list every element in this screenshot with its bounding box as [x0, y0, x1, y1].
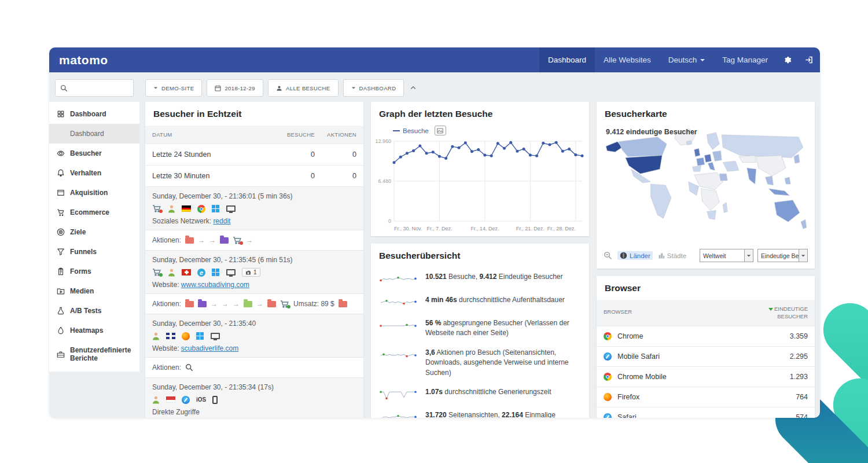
- export-image-icon[interactable]: [435, 126, 446, 135]
- settings-gear-icon[interactable]: [777, 47, 798, 72]
- map-region-japan[interactable]: [794, 155, 800, 164]
- toolbar-button-2018-12-29[interactable]: 2018-12-29: [207, 79, 263, 97]
- map-region-italy[interactable]: [708, 162, 715, 170]
- sidebar-item-heatmaps[interactable]: Heatmaps: [49, 321, 139, 340]
- camera-badge-icon: 1: [242, 268, 260, 277]
- map-region-eastern-europe[interactable]: [712, 151, 722, 161]
- sidebar-item-benutzerdefinierte-berichte[interactable]: Benutzerdefinierte Berichte: [49, 340, 139, 368]
- city-icon: [658, 252, 665, 259]
- nav-item-tag-manager[interactable]: Tag Manager: [713, 47, 777, 72]
- browser-row-chrome-mobile[interactable]: Chrome Mobile1.293: [597, 366, 815, 387]
- map-region-south-america[interactable]: [650, 184, 671, 218]
- cart-abandoned-icon: [233, 237, 242, 244]
- column-header[interactable]: AKTIONEN: [315, 131, 356, 138]
- widget-title: Graph der letzten Besuche: [371, 102, 589, 126]
- visits-count: 0: [273, 150, 315, 159]
- map-region-new-zealand[interactable]: [801, 219, 807, 229]
- map-region-canada[interactable]: [619, 137, 667, 157]
- overview-metric-row: 3,6 Aktionen pro Besuch (Seitenansichten…: [371, 343, 589, 383]
- map-region-egypt[interactable]: [719, 174, 727, 181]
- sidebar-item-dashboard[interactable]: Dashboard: [49, 104, 139, 124]
- visitor-map-widget: Besucherkarte 9.412 eindeutige Besucher: [597, 102, 815, 269]
- signout-icon[interactable]: [798, 47, 820, 72]
- map-toggle-cities[interactable]: Städte: [658, 252, 686, 259]
- map-region-south-africa[interactable]: [707, 211, 716, 220]
- map-region-scandinavia[interactable]: [707, 133, 719, 150]
- referrer-link[interactable]: reddit: [213, 217, 230, 225]
- map-region-philippines[interactable]: [785, 177, 790, 184]
- safari-browser-icon: [182, 396, 190, 404]
- actions-label: Aktionen:: [152, 300, 181, 308]
- sidebar-item-dashboard-sub[interactable]: Dashboard: [49, 124, 139, 144]
- sidebar-item-verhalten[interactable]: Verhalten: [49, 163, 139, 183]
- column-2: Graph der letzten Besuche Besuche: [371, 102, 589, 418]
- column-header[interactable]: BESUCHE: [273, 131, 315, 138]
- browser-row-mobile-safari[interactable]: Mobile Safari2.295: [597, 346, 815, 366]
- map-region-madagascar[interactable]: [723, 203, 727, 213]
- sidebar-item-ecommerce[interactable]: Ecommerce: [49, 203, 139, 222]
- search-input[interactable]: [55, 79, 134, 97]
- zoom-out-icon[interactable]: [604, 251, 612, 260]
- sidebar-item-label: Benutzerdefinierte Berichte: [70, 346, 135, 362]
- nav-item-dashboard[interactable]: Dashboard: [539, 47, 595, 72]
- nav-item-deutsch[interactable]: Deutsch: [660, 47, 714, 72]
- column-header-sorted[interactable]: EINDEUTIGE BESUCHER: [758, 305, 808, 321]
- map-region-australia[interactable]: [774, 200, 800, 222]
- browser-name: Firefox: [617, 393, 639, 401]
- map-region-russia[interactable]: [722, 135, 803, 158]
- map-region-indonesia[interactable]: [768, 189, 789, 196]
- action-arrow-icon: →: [209, 237, 216, 244]
- map-region-central-africa[interactable]: [701, 189, 720, 211]
- browser-widget: Browser BROWSER EINDEUTIGE BESUCHER Chro…: [597, 276, 815, 418]
- sidebar-item-a-b-tests[interactable]: A/B Tests: [49, 301, 139, 321]
- sidebar-item-funnels[interactable]: Funnels: [49, 242, 139, 262]
- world-map[interactable]: 9.412 eindeutige Besucher: [597, 126, 815, 244]
- column-header[interactable]: DATUM: [152, 131, 273, 138]
- column-header[interactable]: BROWSER: [604, 305, 758, 315]
- sidebar-item-ziele[interactable]: Ziele: [49, 222, 139, 242]
- sidebar-item-label: Heatmaps: [70, 326, 103, 335]
- windows-icon: [196, 332, 200, 336]
- referrer-link[interactable]: scubadiverlife.com: [181, 344, 238, 352]
- sidebar-item-forms[interactable]: Forms: [49, 262, 139, 281]
- toolbar-button-dashboard[interactable]: DASHBOARD: [343, 79, 404, 97]
- map-toggle-countries[interactable]: Länder: [617, 251, 653, 260]
- summary-label: Letzte 24 Stunden: [152, 150, 273, 159]
- map-region-spain[interactable]: [693, 166, 701, 171]
- folder-icon: [339, 301, 347, 307]
- map-region-france[interactable]: [697, 157, 705, 166]
- map-region-middle-east[interactable]: [723, 161, 739, 171]
- map-scope-select[interactable]: Weltweit: [700, 249, 753, 262]
- map-region-usa[interactable]: [626, 155, 662, 174]
- map-region-central-asia[interactable]: [739, 155, 756, 162]
- browser-row-safari[interactable]: Safari574: [597, 407, 815, 418]
- map-region-southeast-asia[interactable]: [765, 176, 773, 185]
- visitor-icon: [152, 332, 160, 340]
- sidebar-item-medien[interactable]: Medien: [49, 281, 139, 301]
- ios-os-icon: iOS: [196, 396, 206, 403]
- svg-text:12.960: 12.960: [375, 138, 391, 144]
- map-region-west-africa[interactable]: [689, 182, 699, 196]
- map-region-germany[interactable]: [705, 155, 712, 163]
- nav-item-alle-websites[interactable]: Alle Websites: [595, 47, 660, 72]
- realtime-widget: Besucher in Echtzeit DATUM BESUCHE AKTIO…: [145, 102, 363, 418]
- metric-sparkline: [379, 411, 417, 418]
- referrer-link[interactable]: www.scubadiving.com: [181, 281, 249, 289]
- browser-row-chrome[interactable]: Chrome3.359: [597, 326, 815, 346]
- map-metric-select[interactable]: Eindeutige Besucher: [757, 249, 808, 262]
- map-region-china[interactable]: [756, 155, 786, 176]
- visitor-icon: [152, 396, 160, 404]
- sidebar-item-besucher[interactable]: Besucher: [49, 144, 139, 163]
- chevron-up-icon[interactable]: [410, 84, 417, 91]
- map-region-uk[interactable]: [694, 149, 700, 157]
- action-arrow-icon: →: [233, 300, 240, 307]
- map-region-india[interactable]: [747, 168, 756, 184]
- sidebar-item-akquisition[interactable]: Akquisition: [49, 183, 139, 203]
- browser-row-firefox[interactable]: Firefox764: [597, 387, 815, 407]
- overview-metric-row: 56 % abgesprungene Besucher (Verlassen d…: [371, 314, 589, 343]
- legend-item[interactable]: Besuche: [393, 127, 429, 134]
- visit-entry: Sunday, December 30, - 21:35:34 (17s)iOS…: [145, 377, 363, 418]
- toolbar-button-alle-besuche[interactable]: ALLE BESUCHE: [268, 79, 339, 97]
- visits-line-chart[interactable]: 06.48012.960Fr., 30. Nov.Fr., 7. Dez.Fr.…: [371, 137, 589, 236]
- toolbar-button-demo-site[interactable]: DEMO-SITE: [145, 79, 202, 97]
